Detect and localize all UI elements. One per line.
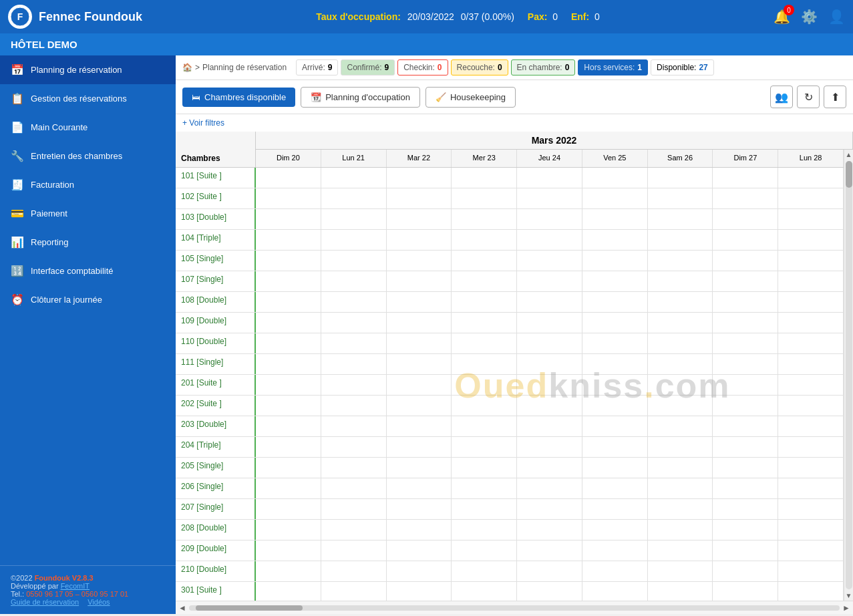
room-104: 104 [Triple] (176, 230, 256, 250)
horizontal-scrollbar[interactable]: ◄ ► (176, 601, 853, 614)
sidebar-item-entretien[interactable]: 🔧 Entretien des chambres (0, 142, 176, 170)
housekeeping-button[interactable]: 🧹 Housekeeping (425, 87, 516, 108)
sidebar: 📅 Planning de réservation 📋 Gestion des … (0, 55, 176, 614)
people-icon: 👥 (775, 91, 788, 104)
cell-101-4[interactable] (517, 168, 582, 188)
room-102: 102 [Suite ] (176, 188, 256, 208)
grid-header: Chambres Dim 20 Lun 21 Mar 22 Mer 23 Jeu… (176, 150, 844, 168)
room-202: 202 [Suite ] (176, 396, 256, 416)
enchambre-value: 0 (565, 63, 570, 72)
planning-occupation-button[interactable]: 📆 Planning d'occupation (301, 87, 420, 108)
scroll-down-arrow[interactable]: ▼ (844, 591, 853, 601)
filter-bar: + Voir filtres (176, 114, 853, 132)
arrive-label: Arrivé: (302, 63, 325, 72)
table-row: 204 [Triple] (176, 437, 844, 458)
vertical-scrollbar[interactable]: ▲ ▼ (844, 150, 853, 601)
scroll-left-arrow[interactable]: ◄ (178, 603, 186, 613)
room-111: 111 [Single] (176, 354, 256, 374)
sidebar-item-gestion[interactable]: 📋 Gestion des réservations (0, 84, 176, 113)
table-row: 206 [Single] (176, 478, 844, 499)
h-scroll-track[interactable] (189, 605, 840, 611)
cell-101-5[interactable] (582, 168, 648, 188)
day-header-2: Mar 22 (387, 150, 452, 167)
export-button[interactable]: ⬆ (824, 86, 846, 108)
checkin-label: Checkin: (403, 63, 435, 72)
planning-inner: Chambres Dim 20 Lun 21 Mar 22 Mer 23 Jeu… (176, 150, 853, 601)
enf-label: Enf: (571, 11, 589, 22)
sidebar-item-planning[interactable]: 📅 Planning de réservation (0, 55, 176, 84)
planning-scroll-area[interactable]: Chambres Dim 20 Lun 21 Mar 22 Mer 23 Jeu… (176, 150, 844, 601)
filter-link[interactable]: + Voir filtres (182, 118, 224, 128)
day-header-8: Lun 28 (778, 150, 844, 167)
table-row: 107 [Single] (176, 271, 844, 292)
chambres-disponible-button[interactable]: 🛏 Chambres disponible (182, 88, 295, 107)
footer-dev: Développé par FecomIT (11, 582, 165, 590)
cell-101-3[interactable] (452, 168, 517, 188)
planning-grid: Ouedkniss.com 101 [Suite ] (176, 168, 844, 601)
room-103: 103 [Double] (176, 209, 256, 229)
chambres-header: Chambres (176, 150, 256, 167)
room-108: 108 [Double] (176, 292, 256, 312)
table-row: 205 [Single] (176, 458, 844, 478)
cell-101-8[interactable] (778, 168, 844, 188)
file-icon: 📄 (11, 121, 24, 134)
table-row: 109 [Double] (176, 313, 844, 333)
day-header-0: Dim 20 (256, 150, 321, 167)
guide-link[interactable]: Guide de réservation (11, 598, 79, 606)
accounting-icon: 🔢 (11, 265, 24, 277)
sidebar-item-main-courante[interactable]: 📄 Main Courante (0, 113, 176, 142)
scroll-thumb[interactable] (846, 161, 852, 188)
day-header-5: Ven 25 (582, 150, 648, 167)
user-button[interactable]: 👤 (828, 9, 845, 25)
table-row: 105 [Single] (176, 251, 844, 271)
room-203: 203 [Double] (176, 416, 256, 436)
day-header-1: Lun 21 (321, 150, 387, 167)
cell-101-1[interactable] (321, 168, 387, 188)
refresh-button[interactable]: ↻ (797, 86, 820, 108)
cell-101-6[interactable] (648, 168, 713, 188)
hors-value: 1 (637, 63, 642, 72)
sidebar-item-label-comptabilite: Interface comptabilité (31, 266, 114, 276)
sidebar-item-label-entretien: Entretien des chambres (31, 151, 122, 161)
month-title-spacer (176, 132, 256, 150)
scroll-up-arrow[interactable]: ▲ (844, 150, 853, 160)
room-205: 205 [Single] (176, 458, 256, 478)
clipboard-icon: 📋 (11, 92, 24, 105)
cell-101-2[interactable] (387, 168, 452, 188)
payment-icon: 💳 (11, 207, 24, 220)
stat-checkin: Checkin: 0 (397, 59, 448, 75)
footer-version: V2.8.3 (72, 574, 94, 582)
recouche-value: 0 (498, 63, 502, 72)
enchambre-label: En chambre: (517, 63, 562, 72)
header-right: 🔔 0 ⚙️ 👤 (774, 9, 845, 25)
sidebar-item-cloture[interactable]: ⏰ Clôturer la journée (0, 285, 176, 314)
room-206: 206 [Single] (176, 478, 256, 498)
sidebar-item-reporting[interactable]: 📊 Reporting (0, 228, 176, 257)
videos-link[interactable]: Vidéos (88, 598, 110, 606)
cell-101-0[interactable] (256, 168, 321, 188)
sidebar-item-facturation[interactable]: 🧾 Facturation (0, 170, 176, 199)
people-button[interactable]: 👥 (770, 86, 793, 108)
app-logo: F (8, 5, 32, 29)
stat-recouche: Recouche: 0 (451, 59, 508, 75)
taux-date: 20/03/2022 (407, 11, 454, 22)
fecomit-link[interactable]: FecomIT (61, 582, 90, 590)
taux-value: 0/37 (0.00%) (461, 11, 514, 22)
hotel-name: HÔTEL DEMO (11, 39, 77, 50)
h-scroll-thumb[interactable] (196, 605, 303, 611)
sidebar-item-paiement[interactable]: 💳 Paiement (0, 199, 176, 228)
scroll-right-arrow[interactable]: ► (842, 603, 850, 613)
settings-button[interactable]: ⚙️ (801, 9, 818, 25)
scroll-track[interactable] (846, 161, 852, 589)
toolbar-right: 👥 ↻ ⬆ (770, 86, 846, 108)
housekeeping-icon: 🧹 (436, 92, 446, 102)
invoice-icon: 🧾 (11, 178, 24, 191)
chart-icon: 📊 (11, 236, 24, 249)
table-row: 101 [Suite ] (176, 168, 844, 188)
table-row: 209 [Double] (176, 541, 844, 561)
notification-button[interactable]: 🔔 0 (774, 9, 790, 25)
sidebar-item-comptabilite[interactable]: 🔢 Interface comptabilité (0, 257, 176, 285)
cell-101-7[interactable] (713, 168, 778, 188)
table-row: 210 [Double] (176, 561, 844, 582)
sidebar-item-label-reporting: Reporting (31, 237, 68, 247)
